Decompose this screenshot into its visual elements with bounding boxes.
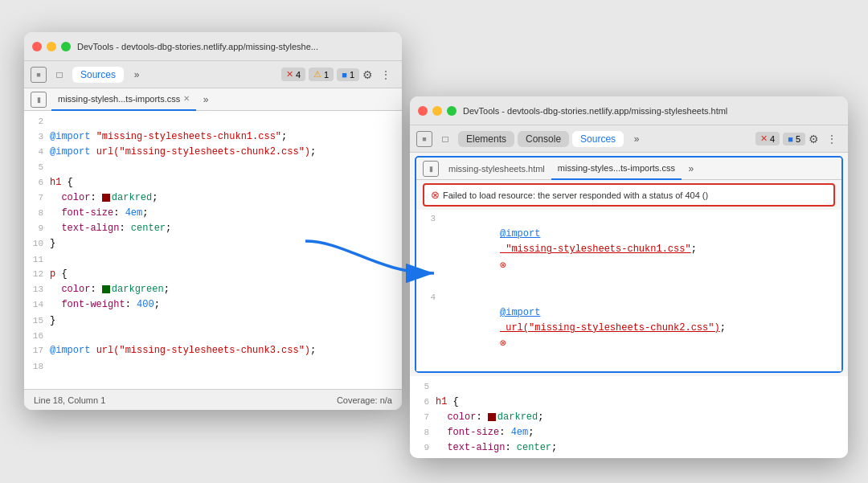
code-scroll-1: 2 3 @import "missing-stylesheets-chukn1.…	[24, 111, 402, 377]
minimize-button-2[interactable]	[432, 106, 442, 116]
info-icon-1: ■	[342, 70, 347, 80]
sidebar-toggle-1[interactable]: ■	[31, 67, 47, 83]
close-button-2[interactable]	[418, 106, 428, 116]
maximize-button-2[interactable]	[447, 106, 457, 116]
toolbar-1: ■ □ Sources » ✕ 4 ⚠ 1 ■ 1 ⚙ ⋮	[24, 61, 402, 88]
gear-icon-1[interactable]: ⚙	[362, 68, 373, 81]
error-code-section: 3 @import "missing-stylesheets-chukn1.cs…	[416, 210, 841, 371]
titlebar-1: DevTools - devtools-dbg-stories.netlify.…	[24, 32, 402, 61]
info-badge-1[interactable]: ■ 1	[337, 68, 359, 81]
code-line-12: 12 p {	[24, 267, 402, 282]
code-line-3: 3 @import "missing-stylesheets-chukn1.cs…	[24, 129, 402, 145]
error-badge-1[interactable]: ✕ 4	[281, 68, 305, 81]
file-tab-close-1[interactable]: ✕	[183, 94, 190, 103]
file-tab-1[interactable]: missing-stylesh...ts-imports.css ✕	[51, 88, 196, 111]
code-line-w2-10: 10 }	[410, 456, 848, 458]
code-line-4: 4 @import url("missing-stylesheets-chunk…	[24, 145, 402, 160]
error-count-2: 4	[770, 134, 775, 144]
warn-icon-1: ⚠	[313, 69, 321, 80]
code-line-10: 10 }	[24, 236, 402, 252]
code-line-w2-7: 7 color: darkred;	[410, 410, 848, 425]
file-tab-more-1[interactable]: »	[196, 90, 215, 109]
statusbar-1: Line 18, Column 1 Coverage: n/a	[24, 389, 402, 410]
file-tab-label-html: missing-stylesheets.html	[448, 164, 545, 174]
code-line-5: 5	[24, 160, 402, 175]
coverage-status-1: Coverage: n/a	[337, 395, 392, 405]
info-count-1: 1	[350, 70, 354, 80]
error-tooltip: ⊗ Failed to load resource: the server re…	[423, 183, 835, 207]
maximize-button[interactable]	[61, 42, 71, 51]
file-tab-label-1: missing-stylesh...ts-imports.css	[58, 94, 180, 104]
inspect-icon[interactable]: □	[50, 65, 69, 84]
code-line-w2-4: 4 @import url("missing-stylesheets-chunk…	[416, 290, 841, 369]
info-icon-2: ■	[788, 134, 793, 144]
code-line-9: 9 text-align: center;	[24, 221, 402, 236]
more-tabs-icon-2[interactable]: »	[627, 129, 646, 149]
code-line-17: 17 @import url("missing-stylesheets-chun…	[24, 343, 402, 358]
file-tab-more-2[interactable]: »	[682, 159, 701, 178]
info-count-2: 5	[796, 134, 800, 144]
code-line-w2-9: 9 text-align: center;	[410, 440, 848, 456]
more-tabs-icon[interactable]: »	[127, 65, 146, 84]
devtools-window-1[interactable]: DevTools - devtools-dbg-stories.netlify.…	[24, 32, 402, 410]
file-tab-html[interactable]: missing-stylesheets.html	[442, 158, 551, 180]
titlebar-2: DevTools - devtools-dbg-stories.netlify.…	[410, 96, 848, 125]
code-line-w2-5: 5	[410, 379, 848, 395]
error-icon-2: ✕	[760, 133, 768, 144]
cursor-position-1: Line 18, Column 1	[34, 395, 105, 405]
devtools-window-2[interactable]: DevTools - devtools-dbg-stories.netlify.…	[410, 96, 848, 458]
error-icon-1: ✕	[286, 69, 293, 80]
code-line-8: 8 font-size: 4em;	[24, 206, 402, 221]
info-badge-2[interactable]: ■ 5	[783, 133, 805, 145]
code-line-2: 2	[24, 114, 402, 129]
code-line-15: 15 }	[24, 313, 402, 329]
close-button[interactable]	[32, 42, 42, 51]
code-editor-2[interactable]: 5 6 h1 { 7 color: darkred; 8 font-size: …	[410, 376, 848, 458]
window-title-1: DevTools - devtools-dbg-stories.netlify.…	[77, 42, 318, 51]
code-line-w2-6: 6 h1 {	[410, 395, 848, 410]
code-line-16: 16	[24, 329, 402, 344]
code-line-w2-8: 8 font-size: 4em;	[410, 425, 848, 440]
file-tab-css[interactable]: missing-styles...ts-imports.css	[551, 158, 682, 180]
error-circle-icon: ⊗	[431, 189, 440, 201]
sources-sidebar-toggle[interactable]: ▮	[31, 92, 47, 108]
file-tabbar-2: ▮ missing-stylesheets.html missing-style…	[416, 158, 841, 180]
inspect-icon-2[interactable]: □	[436, 129, 455, 149]
code-line-7: 7 color: darkred;	[24, 190, 402, 206]
code-editor-1[interactable]: 2 3 @import "missing-stylesheets-chukn1.…	[24, 111, 402, 389]
error-count-1: 4	[296, 70, 301, 80]
sidebar-toggle-2[interactable]: ■	[416, 131, 432, 147]
menu-icon-2[interactable]: ⋮	[822, 129, 841, 149]
tab-sources-2[interactable]: Sources	[572, 131, 624, 147]
window-title-2: DevTools - devtools-dbg-stories.netlify.…	[463, 106, 727, 116]
gear-icon-2[interactable]: ⚙	[809, 133, 819, 145]
file-tab-highlight-box: ▮ missing-stylesheets.html missing-style…	[415, 156, 843, 373]
tab-console[interactable]: Console	[518, 131, 569, 147]
code-line-14: 14 font-weight: 400;	[24, 297, 402, 313]
warn-badge-1[interactable]: ⚠ 1	[309, 68, 334, 81]
error-tooltip-text: Failed to load resource: the server resp…	[443, 190, 708, 200]
file-tab-label-css: missing-styles...ts-imports.css	[558, 163, 675, 173]
file-tabbar-1: ▮ missing-stylesh...ts-imports.css ✕ »	[24, 88, 402, 111]
toolbar-2: ■ □ Elements Console Sources » ✕ 4 ■ 5 ⚙…	[410, 125, 848, 153]
code-line-13: 13 color: darkgreen;	[24, 282, 402, 297]
code-line-18: 18	[24, 359, 402, 375]
warn-count-1: 1	[324, 70, 329, 80]
sources-sidebar-toggle-2[interactable]: ▮	[423, 161, 439, 177]
menu-icon-1[interactable]: ⋮	[376, 65, 395, 84]
code-scroll-2: 5 6 h1 { 7 color: darkred; 8 font-size: …	[410, 376, 848, 458]
error-badge-2[interactable]: ✕ 4	[755, 132, 780, 145]
code-line-w2-3: 3 @import "missing-stylesheets-chukn1.cs…	[416, 211, 841, 290]
code-line-11: 11	[24, 252, 402, 268]
tab-elements[interactable]: Elements	[458, 131, 514, 147]
tab-sources-1[interactable]: Sources	[72, 67, 124, 83]
traffic-lights-1	[32, 42, 71, 51]
code-line-6: 6 h1 {	[24, 175, 402, 190]
minimize-button[interactable]	[47, 42, 56, 51]
traffic-lights-2	[418, 106, 457, 116]
